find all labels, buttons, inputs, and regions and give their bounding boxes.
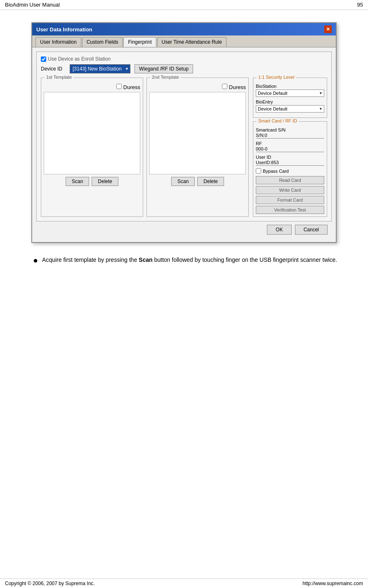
first-fingerprint-canvas bbox=[44, 92, 140, 174]
dialog-close-button[interactable]: ✕ bbox=[324, 26, 332, 33]
footer-right: http://www.supremainc.com bbox=[302, 581, 363, 586]
user-id-value: UserID:853 bbox=[256, 160, 324, 166]
bullet-section: ● Acquire first template by pressing the… bbox=[25, 255, 343, 264]
left-columns: 1st Template Duress bbox=[41, 78, 249, 217]
device-id-label: Device ID bbox=[41, 66, 66, 72]
first-duress-checkbox[interactable] bbox=[116, 84, 122, 89]
wiegand-setup-button[interactable]: Wiegand /RF ID Setup bbox=[134, 64, 193, 73]
biostation-label: BioStation bbox=[256, 84, 324, 89]
second-template-buttons: Scan Delete bbox=[149, 177, 246, 186]
read-card-button[interactable]: Read Card bbox=[256, 176, 324, 184]
second-template-group: 2nd Template Duress bbox=[146, 78, 249, 217]
bullet-text: Acquire first template by pressing the S… bbox=[42, 255, 343, 264]
device-row: Device ID [3143] New BioStation Wiegand … bbox=[41, 64, 327, 73]
dialog-backdrop: User Data Information ✕ User Information… bbox=[25, 22, 343, 243]
page-footer: Copyright © 2006, 2007 by Suprema Inc. h… bbox=[0, 579, 368, 588]
bullet-dot: ● bbox=[33, 256, 38, 264]
first-template-body: Duress Scan Delete bbox=[44, 80, 140, 186]
device-select-wrapper: [3143] New BioStation bbox=[70, 64, 130, 73]
first-template-group: 1st Template Duress bbox=[41, 78, 143, 217]
dialog-footer: OK Cancel bbox=[36, 221, 332, 238]
security-level-legend: 1:1 Security Level bbox=[257, 75, 296, 80]
ok-button[interactable]: OK bbox=[267, 225, 291, 235]
bypass-card-checkbox[interactable] bbox=[256, 168, 261, 174]
second-duress-row: Duress bbox=[149, 84, 246, 90]
verification-test-button[interactable]: Verification Test bbox=[256, 206, 324, 214]
tab-fingerprint[interactable]: Fingerprint bbox=[123, 37, 156, 47]
right-panel: 1:1 Security Level BioStation Device Def… bbox=[253, 78, 327, 217]
biostation-select[interactable]: Device DefaultLowNormalHighHighest bbox=[256, 89, 324, 97]
second-template-body: Duress Scan Delete bbox=[149, 80, 246, 186]
smart-card-group: Smart Card / RF ID Smartcard S/N S/N:0 R… bbox=[253, 121, 327, 217]
main-columns: 1st Template Duress bbox=[41, 78, 327, 217]
bullet-item: ● Acquire first template by pressing the… bbox=[33, 255, 343, 264]
dialog: User Data Information ✕ User Information… bbox=[31, 22, 337, 243]
first-scan-button[interactable]: Scan bbox=[66, 177, 89, 186]
smartcard-sn-value: S/N:0 bbox=[256, 133, 324, 139]
header-left: BioAdmin User Manual bbox=[5, 2, 60, 8]
cancel-button[interactable]: Cancel bbox=[295, 225, 328, 235]
smart-card-legend: Smart Card / RF ID bbox=[257, 118, 299, 123]
write-card-button[interactable]: Write Card bbox=[256, 186, 324, 194]
page-content: User Data Information ✕ User Information… bbox=[0, 10, 368, 280]
smartcard-sn-label: Smartcard S/N bbox=[256, 127, 324, 132]
device-id-select[interactable]: [3143] New BioStation bbox=[70, 64, 130, 73]
first-template-buttons: Scan Delete bbox=[44, 177, 140, 186]
bypass-card-row: Bypass Card bbox=[256, 168, 324, 174]
biostation-select-wrapper: Device DefaultLowNormalHighHighest bbox=[256, 89, 324, 97]
enroll-station-label[interactable]: Use Device as Enroll Station bbox=[41, 56, 327, 62]
tab-user-information[interactable]: User Information bbox=[35, 37, 81, 47]
header-right: 95 bbox=[357, 2, 363, 8]
format-card-button[interactable]: Format Card bbox=[256, 196, 324, 204]
page-header: BioAdmin User Manual 95 bbox=[0, 0, 368, 10]
security-level-body: BioStation Device DefaultLowNormalHighHi… bbox=[256, 80, 324, 113]
security-level-group: 1:1 Security Level BioStation Device Def… bbox=[253, 78, 327, 118]
first-delete-button[interactable]: Delete bbox=[92, 177, 118, 186]
bioentry-select-wrapper: Device DefaultLowNormalHighHighest bbox=[256, 105, 324, 113]
tab-custom-fields[interactable]: Custom Fields bbox=[82, 37, 123, 47]
dialog-inner: Use Device as Enroll Station Device ID [… bbox=[36, 52, 332, 221]
first-duress-label[interactable]: Duress bbox=[116, 84, 140, 90]
second-delete-button[interactable]: Delete bbox=[197, 177, 224, 186]
smart-card-body: Smartcard S/N S/N:0 RF 000-0 User ID Use… bbox=[256, 124, 324, 214]
enroll-station-group: Use Device as Enroll Station bbox=[41, 56, 327, 62]
dialog-titlebar: User Data Information ✕ bbox=[32, 23, 336, 35]
footer-left: Copyright © 2006, 2007 by Suprema Inc. bbox=[5, 581, 95, 586]
rf-value: 000-0 bbox=[256, 146, 324, 152]
second-fingerprint-canvas bbox=[149, 92, 246, 174]
second-duress-checkbox[interactable] bbox=[222, 84, 227, 89]
bioentry-select[interactable]: Device DefaultLowNormalHighHighest bbox=[256, 105, 324, 113]
bypass-card-label: Bypass Card bbox=[263, 169, 289, 174]
first-duress-row: Duress bbox=[44, 84, 140, 90]
user-id-label: User ID bbox=[256, 155, 324, 160]
dialog-title: User Data Information bbox=[36, 26, 92, 33]
dialog-tabs: User Information Custom Fields Fingerpri… bbox=[32, 35, 336, 47]
second-template-legend: 2nd Template bbox=[150, 75, 181, 80]
enroll-station-checkbox[interactable] bbox=[41, 56, 46, 62]
card-buttons: Read Card Write Card Format Card Verific… bbox=[256, 176, 324, 214]
first-template-legend: 1st Template bbox=[45, 75, 73, 80]
bioentry-label: BioEntry bbox=[256, 99, 324, 104]
rf-label: RF bbox=[256, 141, 324, 146]
second-duress-label[interactable]: Duress bbox=[222, 84, 246, 90]
second-scan-button[interactable]: Scan bbox=[171, 177, 195, 186]
tab-user-time-attendance[interactable]: User Time Attendance Rule bbox=[157, 37, 226, 47]
bold-scan-word: Scan bbox=[139, 256, 152, 263]
dialog-body: Use Device as Enroll Station Device ID [… bbox=[32, 47, 336, 242]
